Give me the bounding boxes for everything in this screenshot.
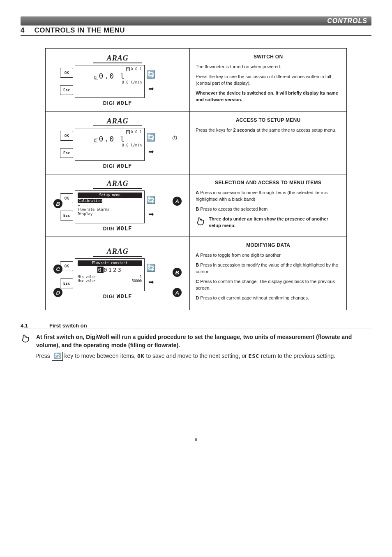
esc-label: ESC — [249, 353, 259, 359]
subsection-title-row: 4.1 First switch on — [21, 323, 371, 329]
cursor-digit: 0 — [97, 267, 104, 273]
section-number: 4 — [21, 26, 24, 35]
device-illustration: ARAG OK Esc Flowrate constant 00123 Min … — [46, 237, 190, 310]
subsection-number: 4.1 — [21, 323, 49, 329]
device-screen: Flowrate constant 00123 Min value1 Max v… — [75, 258, 145, 291]
indicator-1: 1 — [126, 130, 130, 134]
cycle-icon[interactable]: 🔄 — [146, 264, 155, 272]
callout-a: A — [173, 288, 182, 297]
description-cell: SELECTION AND ACCESS TO MENU ITEMS A Pre… — [190, 174, 346, 237]
text: C Press to confirm the change. The displ… — [196, 278, 341, 292]
ok-button[interactable]: OK — [60, 68, 73, 78]
brand-logo: ARAG — [93, 247, 142, 257]
min-value: 1 — [140, 275, 142, 279]
menu-title: Setup menu — [78, 193, 142, 198]
row-title: ACCESS TO SETUP MENU — [196, 117, 341, 124]
first-switch-note: At first switch on, DigiWolf will run a … — [21, 333, 371, 349]
arrow-right-icon[interactable]: ➡ — [148, 86, 154, 92]
device-screen: 10.0 l 20.0 l 0.0 l/min — [75, 65, 145, 98]
cycle-icon[interactable]: 🔄 — [146, 134, 155, 141]
row-title: MODIFYING DATA — [196, 242, 341, 249]
edit-title: Flowrate constant — [78, 260, 142, 266]
callout-a: A — [173, 197, 182, 206]
text: The flowmeter is turned on when powered. — [196, 64, 341, 70]
menu-item: Flowrate alarms — [78, 207, 109, 211]
cycle-icon[interactable]: 🔄 — [146, 71, 155, 78]
text: Press the key to see the succession of d… — [196, 74, 341, 87]
min-label: Min value — [78, 275, 95, 279]
callout-b: B — [173, 268, 182, 277]
table-row: ARAG OK Esc 10.0 l 20.0 l 0.0 l/min 🔄 ➡ — [46, 112, 346, 174]
digi-wolf-logo: DIGI WOLF — [60, 100, 175, 106]
section-title-row: 4 CONTROLS IN THE MENU — [21, 26, 371, 36]
edit-digits: 0123 — [104, 267, 122, 273]
description-cell: SWITCH ON The flowmeter is turned on whe… — [190, 49, 346, 111]
press-instruction: Press 🔄 key to move between items, OK to… — [35, 352, 371, 361]
text: Press the keys for 2 seconds at the same… — [196, 127, 341, 134]
indicator-2: 2 — [95, 139, 98, 142]
cycle-icon[interactable]: 🔄 — [146, 196, 155, 204]
indicator-1: 1 — [126, 67, 130, 71]
max-value: 50000 — [132, 279, 142, 283]
arrow-right-icon[interactable]: ➡ — [148, 279, 154, 285]
description-cell: ACCESS TO SETUP MENU Press the keys for … — [190, 112, 346, 174]
esc-button[interactable]: Esc — [60, 278, 73, 288]
text: B Press to access the selected item — [196, 206, 341, 213]
brand-logo: ARAG — [93, 179, 142, 189]
subsection-title: First switch on — [49, 323, 87, 329]
digi-wolf-logo: DIGI WOLF — [60, 162, 175, 169]
menu-item-dots: ⌙ ... — [78, 203, 88, 207]
screen-bottom-value: 0.0 l/min — [78, 143, 142, 148]
device-screen: 10.0 l 20.0 l 0.0 l/min — [75, 128, 145, 161]
hand-icon — [21, 333, 31, 345]
brand-logo: ARAG — [93, 54, 142, 63]
description-cell: MODIFYING DATA A Press to toggle from on… — [190, 237, 346, 310]
screen-main-value: 0.0 l — [99, 135, 125, 143]
esc-button[interactable]: Esc — [60, 85, 73, 95]
indicator-2: 2 — [95, 76, 98, 79]
cycle-key-icon: 🔄 — [52, 352, 63, 361]
hand-icon — [196, 216, 206, 229]
table-row: ARAG OK Esc Flowrate constant 00123 Min … — [46, 237, 346, 310]
screen-bottom-value: 0.0 l/min — [78, 80, 142, 85]
section-title: CONTROLS IN THE MENU — [34, 26, 125, 35]
brand-logo: ARAG — [93, 117, 142, 126]
note-text: At first switch on, DigiWolf will run a … — [36, 333, 371, 349]
row-title: SELECTION AND ACCESS TO MENU ITEMS — [196, 179, 341, 186]
note: Three dots under an item show the presen… — [196, 216, 341, 229]
table-row: ARAG OK Esc 10.0 l 20.0 l 0.0 l/min 🔄 ➡ — [46, 49, 346, 112]
header-bar: CONTROLS — [21, 16, 371, 26]
device-illustration: ARAG OK Esc 10.0 l 20.0 l 0.0 l/min 🔄 ➡ — [46, 49, 190, 111]
screen-top-value: 0.0 l — [131, 67, 142, 71]
note-text: Three dots under an item show the presen… — [209, 216, 341, 229]
device-illustration: ARAG OK Esc 10.0 l 20.0 l 0.0 l/min 🔄 ➡ — [46, 112, 190, 174]
text: Whenever the device is switched on, it w… — [196, 90, 341, 103]
text: A Press in succession to move through it… — [196, 190, 341, 203]
menu-item: Display — [78, 212, 92, 216]
device-screen: Setup menu Calibration ⌙ ... Flowrate al… — [75, 190, 145, 223]
menu-item-selected: Calibration — [78, 199, 102, 203]
ok-label: OK — [137, 353, 145, 359]
arrow-right-icon[interactable]: ➡ — [148, 149, 154, 155]
clock-icon: ⏱ — [172, 135, 178, 142]
screen-main-value: 0.0 l — [99, 72, 125, 80]
controls-table: ARAG OK Esc 10.0 l 20.0 l 0.0 l/min 🔄 ➡ — [45, 48, 347, 310]
row-title: SWITCH ON — [196, 53, 341, 60]
text: B Press in succession to modify the valu… — [196, 262, 341, 275]
text: A Press to toggle from one digit to anot… — [196, 252, 341, 259]
ok-button[interactable]: OK — [60, 131, 73, 141]
arrow-right-icon[interactable]: ➡ — [148, 211, 154, 218]
max-label: Max value — [78, 279, 95, 283]
page-number: 9 — [21, 435, 371, 442]
text: D Press to exit current page without con… — [196, 295, 341, 302]
digi-wolf-logo: DIGI WOLF — [60, 293, 175, 299]
esc-button[interactable]: Esc — [60, 148, 73, 158]
device-illustration: ARAG OK Esc Setup menu Calibration ⌙ ...… — [46, 174, 190, 237]
table-row: ARAG OK Esc Setup menu Calibration ⌙ ...… — [46, 174, 346, 237]
header-bar-label: CONTROLS — [327, 16, 367, 26]
screen-top-value: 0.0 l — [131, 130, 142, 134]
esc-button[interactable]: Esc — [60, 211, 73, 220]
digi-wolf-logo: DIGI WOLF — [60, 225, 175, 232]
